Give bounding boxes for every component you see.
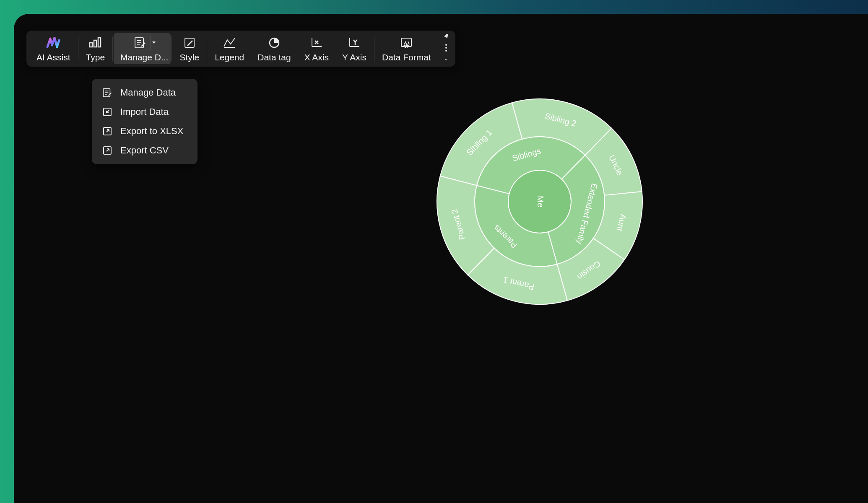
dropdown-item-label: Export CSV [120,145,169,156]
toolbar: AI Assist Type [26,31,455,67]
style-icon [181,36,198,50]
type-button[interactable]: Type [79,33,112,64]
legend-button[interactable]: Legend [208,33,251,64]
svg-text:Me: Me [535,196,545,207]
manage-data-button[interactable]: Manage D... [114,33,171,64]
dropdown-item-label: Export to XLSX [120,126,183,137]
manage-data-dropdown: Manage Data Import Data Export to XLSX [92,79,198,164]
ai-assist-icon [45,36,62,50]
svg-rect-0 [90,43,92,47]
toolbar-item-label: X Axis [304,52,329,62]
x-axis-icon [308,36,325,50]
toolbar-item-label: Data tag [257,52,291,62]
style-button[interactable]: Style [173,33,206,64]
dropdown-item-export-csv[interactable]: Export CSV [92,141,198,160]
x-axis-button[interactable]: X Axis [298,33,335,64]
separator [78,36,78,61]
dropdown-item-manage-data[interactable]: Manage Data [92,83,198,102]
toolbar-item-label: Type [86,52,105,62]
separator [207,36,207,61]
toolbar-item-label: Manage D... [120,52,168,62]
separator [172,36,172,61]
manage-data-icon [102,87,113,98]
export-icon [102,145,113,156]
more-icon[interactable] [445,44,447,52]
manage-data-icon [132,36,148,50]
sunburst-chart[interactable]: MeSiblingsSibling 1Sibling 2Extended Fam… [435,97,645,306]
chart-canvas[interactable]: MeSiblingsSibling 1Sibling 2Extended Fam… [223,97,855,503]
toolbar-item-label: AI Assist [36,52,70,62]
svg-rect-2 [98,38,101,47]
separator [112,36,113,61]
dropdown-item-label: Import Data [120,106,169,117]
toolbar-item-label: Style [179,52,199,62]
data-tag-icon [266,36,283,50]
svg-text:</>: </> [403,44,410,48]
dropdown-item-export-xlsx[interactable]: Export to XLSX [92,122,198,141]
import-icon [102,106,113,117]
expand-icon[interactable]: ⌄ [444,56,448,62]
pin-icon[interactable] [443,33,450,40]
svg-point-17 [445,47,447,49]
y-axis-button[interactable]: Y Axis [335,33,373,64]
dropdown-item-import-data[interactable]: Import Data [92,102,198,122]
toolbar-item-label: Y Axis [342,52,366,62]
app-window: AI Assist Type [14,14,868,503]
data-tag-button[interactable]: Data tag [251,33,297,64]
svg-rect-1 [94,40,96,47]
data-format-button[interactable]: </> Data Format [375,33,438,64]
bar-chart-icon [87,36,104,50]
y-axis-icon [346,36,363,50]
legend-icon [221,36,238,50]
ai-assist-button[interactable]: AI Assist [30,33,77,64]
toolbar-item-label: Legend [215,52,244,62]
dropdown-chevron[interactable] [150,36,157,50]
data-format-icon: </> [398,36,415,50]
svg-point-18 [445,50,447,52]
toolbar-item-label: Data Format [382,52,431,62]
svg-point-16 [445,44,447,46]
separator [374,36,374,61]
export-icon [102,126,113,137]
dropdown-item-label: Manage Data [120,87,176,98]
